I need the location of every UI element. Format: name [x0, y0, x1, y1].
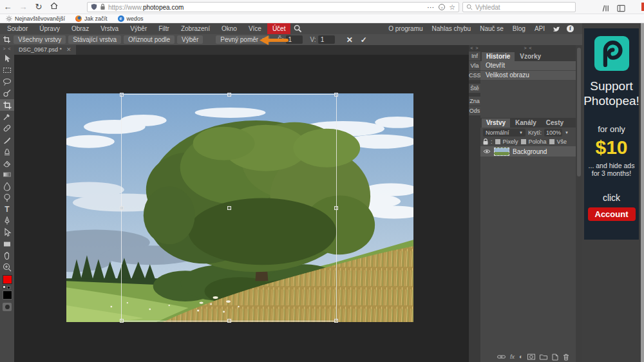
blend-mode-dropdown[interactable]: Normální ▼: [483, 129, 526, 137]
sidebar-icon[interactable]: [617, 3, 625, 15]
crop-handle-w[interactable]: [120, 206, 124, 210]
panel-tab-brush[interactable]: Ště: [469, 84, 480, 93]
eyedropper-tool[interactable]: [0, 111, 14, 122]
layer-effects-icon[interactable]: fx: [510, 354, 515, 360]
tab-swatches[interactable]: Vzorky: [515, 52, 545, 61]
menu-api[interactable]: API: [530, 23, 549, 34]
foreground-color-swatch[interactable]: [3, 275, 12, 284]
history-item-open[interactable]: Otevřít: [480, 61, 576, 71]
panel-scrollbar[interactable]: [576, 45, 582, 362]
path-select-tool[interactable]: [0, 227, 14, 238]
page-actions-icon[interactable]: ⋯: [427, 3, 435, 12]
confirm-crop-icon[interactable]: ✓: [361, 35, 367, 44]
menu-image[interactable]: Obraz: [66, 23, 95, 34]
crop-handle-nw[interactable]: [120, 93, 124, 97]
bookmark-get-started[interactable]: Jak začít: [75, 15, 108, 22]
new-layer-icon[interactable]: [552, 354, 558, 361]
trim-by-button[interactable]: Ořiznout podle: [124, 35, 175, 44]
menu-learn[interactable]: Nauč se: [475, 23, 508, 34]
photo-document[interactable]: [66, 93, 413, 322]
crop-handle-center[interactable]: [227, 206, 231, 210]
document-tab[interactable]: DSC_0967.psd * ✕: [14, 45, 76, 55]
opacity-input[interactable]: 100%: [544, 129, 562, 137]
home-icon[interactable]: [46, 1, 62, 14]
spot-healing-tool[interactable]: [0, 122, 14, 134]
browser-search[interactable]: [462, 2, 576, 12]
link-layers-icon[interactable]: [497, 354, 506, 359]
facebook-icon[interactable]: f: [567, 25, 574, 32]
lock-position-checkbox[interactable]: [521, 139, 526, 144]
menu-file[interactable]: Soubor: [1, 23, 33, 34]
tab-layers[interactable]: Vrstvy: [482, 119, 510, 128]
twitter-icon[interactable]: [553, 25, 560, 32]
forward-icon[interactable]: →: [15, 1, 31, 14]
crop-handle-n[interactable]: [227, 93, 231, 97]
adjustment-layer-icon[interactable]: ◐: [519, 354, 523, 360]
height-input[interactable]: 1: [318, 35, 335, 44]
tab-channels[interactable]: Kanály: [511, 119, 541, 128]
swap-colors-icon[interactable]: [2, 285, 12, 291]
menu-search-icon[interactable]: [294, 24, 302, 33]
delete-layer-trash-icon[interactable]: [563, 354, 569, 361]
pen-tool[interactable]: [0, 215, 14, 227]
pocket-icon[interactable]: ⌄: [439, 4, 445, 10]
window-scrollbar[interactable]: [641, 23, 644, 362]
crop-handle-ne[interactable]: [334, 93, 338, 97]
menu-filter[interactable]: Filtr: [153, 23, 175, 34]
bookmark-most-visited[interactable]: Nejnavštěvovanější: [6, 15, 65, 22]
eraser-tool[interactable]: [0, 157, 14, 169]
lasso-tool[interactable]: [0, 76, 14, 88]
url-bar[interactable]: https://www.photopea.com ⋯ ⌄ ☆: [87, 2, 459, 12]
panel-tab-info[interactable]: Inf: [469, 52, 480, 61]
reload-icon[interactable]: ↻: [31, 1, 46, 14]
move-tool[interactable]: [0, 53, 14, 64]
canvas-area[interactable]: [14, 55, 469, 362]
bookmark-star-icon[interactable]: ☆: [449, 3, 455, 12]
selection-button[interactable]: Výběr: [177, 35, 203, 44]
lock-icon[interactable]: [100, 1, 106, 13]
support-ad[interactable]: Support Photopea! for only $10 ... and h…: [584, 28, 639, 240]
shape-tool[interactable]: [0, 238, 14, 250]
clone-stamp-tool[interactable]: [0, 146, 14, 157]
layer-visibility-eye-icon[interactable]: [483, 149, 491, 154]
lock-all-checkbox[interactable]: [549, 139, 554, 144]
cancel-crop-icon[interactable]: ✕: [346, 35, 353, 44]
menu-window[interactable]: Okno: [216, 23, 243, 34]
crop-handle-se[interactable]: [334, 319, 338, 323]
expand-panels-icon[interactable]: < >: [469, 45, 480, 52]
collapse-panels-icon[interactable]: > <: [480, 45, 576, 52]
panel-tab-paragraph[interactable]: Ods: [469, 106, 480, 116]
crop-handle-s[interactable]: [227, 319, 231, 323]
tab-paths[interactable]: Cesty: [542, 119, 568, 128]
account-button[interactable]: Account: [588, 207, 636, 221]
dodge-tool[interactable]: [0, 192, 14, 204]
blur-tool[interactable]: [0, 180, 14, 192]
crop-handle-e[interactable]: [334, 206, 338, 210]
layer-row[interactable]: Background: [480, 146, 576, 157]
menu-more[interactable]: Více: [243, 23, 267, 34]
bookmark-wedos[interactable]: e wedos: [118, 15, 144, 22]
history-item-image-size[interactable]: Velikost obrazu: [480, 71, 576, 81]
back-icon[interactable]: ←: [0, 1, 15, 14]
zoom-tool[interactable]: [0, 262, 14, 273]
crop-handle-sw[interactable]: [120, 319, 124, 323]
collapse-tools-icon[interactable]: > <: [3, 45, 11, 53]
panel-tab-properties[interactable]: Vla: [469, 61, 480, 71]
panel-tab-css[interactable]: CSS: [469, 71, 480, 81]
lock-icon[interactable]: [483, 138, 488, 145]
gradient-tool[interactable]: [0, 169, 14, 180]
tab-history[interactable]: Historie: [482, 52, 515, 61]
all-layers-button[interactable]: Všechny vrstvy: [14, 35, 66, 44]
menu-about[interactable]: O programu: [384, 23, 427, 34]
quick-mask-button[interactable]: [3, 303, 12, 311]
brush-tool[interactable]: [0, 134, 14, 146]
background-color-swatch[interactable]: [3, 291, 12, 300]
tracking-shield-icon[interactable]: [91, 1, 97, 13]
search-input[interactable]: [475, 4, 565, 11]
layer-thumbnail[interactable]: [494, 148, 509, 156]
menu-account[interactable]: Účet: [267, 23, 291, 34]
menu-report-bug[interactable]: Nahlas chybu: [428, 23, 476, 34]
current-layer-button[interactable]: Stávající vrstva: [68, 35, 121, 44]
menu-edit[interactable]: Úpravy: [33, 23, 66, 34]
layer-mask-icon[interactable]: [527, 354, 535, 360]
